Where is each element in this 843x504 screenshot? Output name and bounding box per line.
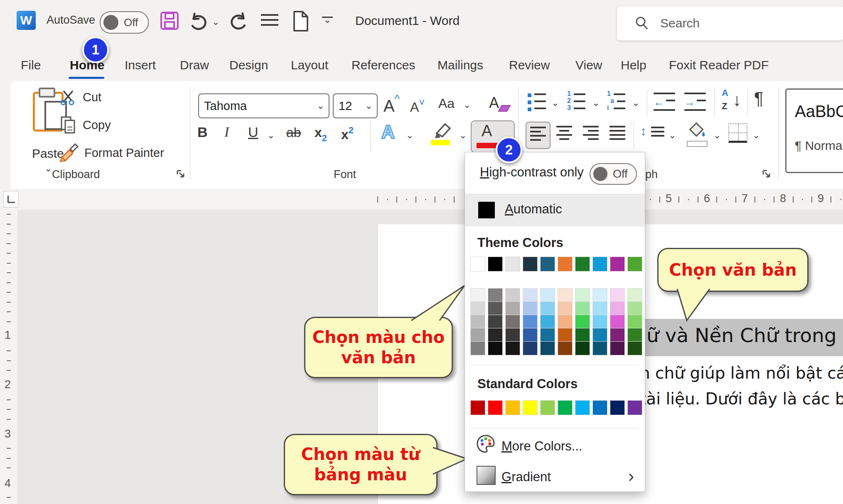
theme-tint-swatch[interactable]	[523, 328, 537, 342]
theme-tint-swatch[interactable]	[471, 328, 485, 342]
theme-tint-swatch[interactable]	[610, 328, 624, 342]
standard-color-swatch[interactable]	[610, 401, 624, 415]
theme-tint-swatch[interactable]	[628, 328, 642, 342]
standard-color-swatch[interactable]	[541, 401, 555, 415]
line-spacing-button[interactable]: ↕	[640, 124, 646, 138]
theme-tint-swatch[interactable]	[541, 302, 555, 315]
theme-tint-swatch[interactable]	[541, 328, 555, 342]
theme-tint-swatch[interactable]	[593, 315, 607, 328]
vertical-ruler[interactable]: 1234	[0, 210, 17, 504]
borders-chevron[interactable]: ⌄	[752, 130, 760, 141]
tab-references[interactable]: References	[351, 58, 415, 72]
theme-tint-swatch[interactable]	[488, 342, 502, 355]
superscript-button[interactable]: x2	[341, 125, 354, 142]
clipboard-dialog-launcher-icon[interactable]	[176, 169, 186, 179]
text-effects-chevron[interactable]: ⌄	[406, 130, 413, 141]
theme-color-swatch[interactable]	[558, 257, 572, 271]
tab-view[interactable]: View	[575, 58, 602, 72]
multilevel-list-button[interactable]: 1 a i	[607, 91, 629, 113]
theme-tint-swatch[interactable]	[488, 315, 502, 328]
increase-indent-button[interactable]: →	[684, 93, 708, 113]
theme-color-swatch[interactable]	[506, 257, 520, 271]
redo-icon[interactable]	[229, 11, 249, 33]
shading-button[interactable]	[687, 122, 708, 147]
theme-color-swatch[interactable]	[523, 257, 537, 271]
theme-color-swatch[interactable]	[628, 257, 642, 271]
shading-chevron[interactable]: ⌄	[713, 130, 721, 141]
text-effects-button[interactable]: A	[381, 122, 395, 142]
gradient-submenu-chevron[interactable]: ›	[628, 466, 634, 486]
undo-dropdown-chevron[interactable]: ⌄	[212, 17, 219, 27]
show-marks-button[interactable]: ¶	[754, 88, 764, 108]
theme-tint-swatch[interactable]	[593, 289, 607, 302]
numbering-button[interactable]: 1 2 3	[567, 91, 589, 113]
tab-mailings[interactable]: Mailings	[437, 58, 483, 72]
search-input[interactable]: Search	[617, 6, 843, 41]
theme-tint-swatch[interactable]	[488, 289, 502, 302]
theme-tint-swatch[interactable]	[628, 302, 642, 315]
theme-tint-swatch[interactable]	[628, 342, 642, 355]
standard-color-swatch[interactable]	[575, 401, 590, 415]
bullets-button[interactable]	[528, 93, 548, 113]
line-spacing-chevron[interactable]: ⌄	[669, 130, 676, 141]
theme-tint-swatch[interactable]	[575, 342, 590, 355]
theme-tint-swatch[interactable]	[628, 315, 642, 328]
multilevel-chevron[interactable]: ⌄	[632, 98, 639, 108]
borders-button[interactable]	[728, 123, 747, 143]
standard-color-swatch[interactable]	[488, 401, 502, 415]
high-contrast-toggle[interactable]: Off	[590, 163, 637, 185]
tab-foxit-reader-pdf[interactable]: Foxit Reader PDF	[669, 58, 769, 72]
theme-tint-swatch[interactable]	[593, 342, 607, 355]
theme-tint-swatch[interactable]	[523, 302, 537, 315]
theme-tint-swatch[interactable]	[575, 289, 590, 302]
tab-help[interactable]: Help	[621, 58, 646, 72]
theme-tint-swatch[interactable]	[541, 289, 555, 302]
highlight-chevron[interactable]: ⌄	[459, 130, 467, 141]
tab-draw[interactable]: Draw	[180, 58, 209, 72]
theme-tint-swatch[interactable]	[558, 302, 572, 315]
theme-tint-swatch[interactable]	[628, 289, 642, 302]
bullets-chevron[interactable]: ⌄	[551, 98, 559, 108]
theme-color-swatch[interactable]	[575, 257, 590, 271]
theme-tint-swatch[interactable]	[471, 302, 485, 315]
theme-tint-swatch[interactable]	[506, 302, 520, 315]
copy-button[interactable]: Copy	[59, 116, 111, 134]
theme-tint-swatch[interactable]	[471, 289, 485, 302]
theme-tint-swatch[interactable]	[488, 302, 502, 315]
grow-font-button[interactable]: A^	[383, 93, 400, 115]
paste-dropdown-chevron[interactable]: ⌄	[44, 163, 52, 174]
theme-tint-swatch[interactable]	[610, 342, 624, 355]
standard-color-swatch[interactable]	[558, 401, 572, 415]
cut-button[interactable]: Cut	[59, 88, 101, 106]
theme-tint-swatch[interactable]	[541, 342, 555, 355]
font-size-combo[interactable]: 12 ⌄	[333, 93, 378, 118]
theme-tint-swatch[interactable]	[523, 289, 537, 302]
bold-button[interactable]: B	[197, 124, 208, 140]
tab-insert[interactable]: Insert	[125, 58, 156, 72]
horizontal-ruler[interactable]: 56789	[0, 189, 843, 210]
clear-formatting-button[interactable]: A	[489, 94, 499, 112]
document-body-line[interactable]: tài liệu. Dưới đây là các bu	[640, 389, 843, 408]
undo-icon[interactable]	[188, 11, 209, 33]
more-colors-item[interactable]: More Colors...	[501, 439, 582, 454]
standard-color-swatch[interactable]	[506, 401, 520, 415]
standard-color-swatch[interactable]	[628, 401, 642, 415]
theme-tint-swatch[interactable]	[471, 315, 485, 328]
theme-tint-swatch[interactable]	[558, 328, 572, 342]
theme-tint-swatch[interactable]	[506, 342, 520, 355]
highlight-color-button[interactable]	[431, 121, 456, 147]
standard-color-swatch[interactable]	[593, 401, 607, 415]
theme-color-swatch[interactable]	[610, 257, 624, 271]
theme-tint-swatch[interactable]	[471, 342, 485, 355]
change-case-button[interactable]: Aa ⌄	[438, 96, 471, 111]
format-painter-button[interactable]: Format Painter	[59, 143, 164, 162]
tab-file[interactable]: File	[21, 58, 41, 72]
theme-tint-swatch[interactable]	[523, 342, 537, 355]
theme-tint-swatch[interactable]	[558, 342, 572, 355]
theme-tint-swatch[interactable]	[610, 302, 624, 315]
italic-button[interactable]: I	[224, 124, 229, 140]
numbering-chevron[interactable]: ⌄	[592, 98, 600, 108]
underline-button[interactable]: U	[248, 124, 258, 140]
theme-tint-swatch[interactable]	[541, 315, 555, 328]
theme-tint-swatch[interactable]	[575, 328, 590, 342]
